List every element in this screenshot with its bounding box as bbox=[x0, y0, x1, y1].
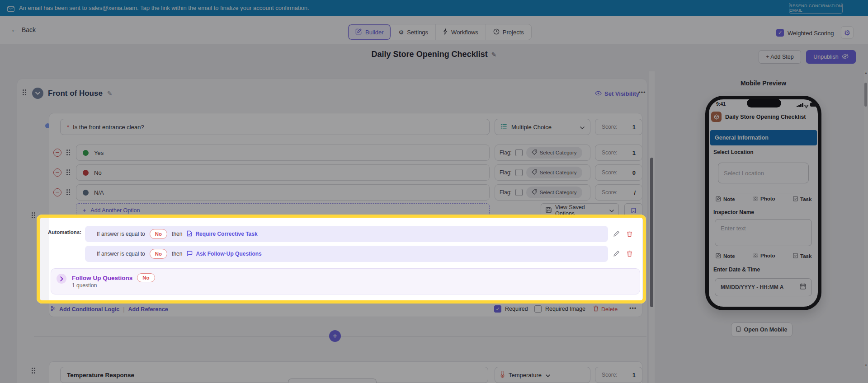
delete-rule-icon[interactable] bbox=[627, 250, 634, 257]
answer-type-dropdown[interactable]: Temperature bbox=[495, 367, 590, 383]
rule-condition-text: If answer is equal to bbox=[97, 231, 145, 237]
resend-confirmation-button[interactable]: RESEND CONFIRMATION EMAIL bbox=[789, 3, 843, 14]
select-category-button[interactable]: Select Category bbox=[526, 167, 582, 178]
photo-label: Photo bbox=[760, 196, 775, 201]
bottom-popover-partial bbox=[288, 378, 377, 383]
note-button[interactable]: Note bbox=[716, 196, 735, 202]
question-drag-handle-icon[interactable] bbox=[32, 368, 33, 369]
option-score-field[interactable]: Score: 1 bbox=[595, 145, 642, 161]
flag-label: Flag: bbox=[500, 189, 512, 196]
mobile-section-banner: General Information bbox=[710, 130, 817, 145]
content-scrollbar-thumb[interactable] bbox=[650, 158, 653, 307]
option-label-field[interactable]: N/A bbox=[76, 184, 490, 201]
task-icon bbox=[793, 253, 798, 259]
question-score-field[interactable]: Score: 1 bbox=[595, 119, 642, 135]
edit-rule-icon[interactable] bbox=[613, 230, 620, 238]
scroll-down-icon[interactable]: ▼ bbox=[864, 364, 868, 367]
eye-icon bbox=[595, 90, 602, 97]
divider bbox=[715, 193, 812, 193]
option-drag-handle-icon[interactable] bbox=[66, 169, 68, 171]
tab-builder[interactable]: Builder bbox=[348, 24, 391, 40]
required-asterisk: * bbox=[67, 124, 69, 131]
photo-button[interactable]: Photo bbox=[753, 253, 775, 258]
note-label: Note bbox=[723, 253, 735, 259]
rule-value-pill: No bbox=[150, 229, 167, 239]
select-category-label: Select Category bbox=[540, 170, 577, 175]
chevron-down-icon bbox=[546, 372, 550, 378]
tab-settings[interactable]: ⚙ Settings bbox=[391, 24, 436, 40]
rule-action-link[interactable]: Ask Follow-Up Questions bbox=[187, 251, 261, 257]
question-more-button[interactable]: ••• bbox=[629, 305, 637, 312]
follow-up-panel: Follow Up Questions No 1 question bbox=[51, 268, 640, 294]
inspector-input[interactable]: Enter text bbox=[715, 219, 812, 246]
option-score-field[interactable]: Score: 0 bbox=[595, 164, 642, 181]
view-saved-options-button[interactable]: View Saved Options bbox=[541, 203, 619, 218]
edit-rule-icon[interactable] bbox=[613, 250, 620, 257]
unpublish-button[interactable]: Unpublish bbox=[806, 50, 856, 64]
remove-option-icon[interactable] bbox=[53, 149, 61, 157]
answer-type-dropdown[interactable]: Multiple Choice bbox=[495, 119, 590, 135]
required-checkbox[interactable]: ✓ bbox=[494, 305, 501, 313]
photo-button[interactable]: Photo bbox=[753, 196, 775, 201]
rule-action-link[interactable]: Require Corrective Task bbox=[187, 230, 257, 238]
edit-title-icon[interactable]: ✎ bbox=[491, 51, 497, 58]
required-image-checkbox[interactable] bbox=[534, 305, 542, 313]
section-more-button[interactable]: ••• bbox=[638, 89, 646, 96]
task-button[interactable]: Task bbox=[793, 196, 811, 202]
option-drag-handle-icon[interactable] bbox=[66, 189, 68, 191]
question-drag-handle-icon[interactable] bbox=[32, 212, 33, 214]
add-another-option-button[interactable]: + Add Another Option bbox=[76, 203, 490, 218]
location-input[interactable]: Select Location bbox=[718, 163, 809, 183]
inspector-label: Inspector Name bbox=[713, 209, 754, 215]
tab-projects[interactable]: Projects bbox=[486, 24, 531, 40]
camera-icon bbox=[753, 253, 758, 258]
settings-gear-button[interactable]: ⚙ bbox=[841, 26, 854, 39]
delete-question-button[interactable]: Delete bbox=[593, 305, 618, 313]
section-collapse-button[interactable] bbox=[32, 88, 43, 99]
note-label: Note bbox=[723, 196, 735, 202]
window-scrollbar-thumb[interactable] bbox=[864, 83, 867, 107]
back-button[interactable]: ← Back bbox=[11, 26, 36, 33]
task-doc-icon bbox=[187, 230, 192, 238]
delete-rule-icon[interactable] bbox=[627, 230, 634, 238]
option-label-field[interactable]: No bbox=[76, 164, 490, 181]
flag-checkbox[interactable] bbox=[515, 189, 523, 196]
set-visibility-button[interactable]: Set Visibility bbox=[595, 90, 639, 97]
scroll-up-icon[interactable]: ▲ bbox=[864, 71, 868, 74]
question-text-field[interactable]: Temperature Response bbox=[60, 367, 488, 383]
conditional-logic-icon bbox=[51, 305, 56, 313]
add-step-button[interactable]: + Add Step bbox=[759, 50, 801, 64]
question-score-field[interactable]: Score: 1 bbox=[595, 367, 642, 383]
view-saved-options-label: View Saved Options bbox=[555, 204, 606, 217]
remove-option-icon[interactable] bbox=[53, 188, 61, 196]
follow-up-count: 1 question bbox=[72, 282, 97, 289]
option-label-field[interactable]: Yes bbox=[76, 145, 490, 161]
bookmark-button[interactable] bbox=[624, 203, 642, 218]
wifi-icon bbox=[804, 102, 809, 110]
question-text-field[interactable]: * Is the front entrance clean? bbox=[60, 119, 490, 135]
tab-workflows[interactable]: Workflows bbox=[436, 24, 486, 40]
task-button[interactable]: Task bbox=[793, 253, 811, 259]
follow-up-badge: No bbox=[137, 273, 155, 282]
add-conditional-logic-button[interactable]: Add Conditional Logic bbox=[59, 306, 119, 313]
section-drag-handle-icon[interactable] bbox=[23, 89, 24, 91]
flag-checkbox[interactable] bbox=[515, 149, 523, 156]
add-reference-button[interactable]: Add Reference bbox=[128, 306, 168, 313]
score-label: Score: bbox=[602, 124, 618, 130]
flag-checkbox[interactable] bbox=[515, 169, 523, 176]
note-button[interactable]: Note bbox=[716, 253, 735, 259]
edit-section-icon[interactable]: ✎ bbox=[107, 90, 113, 97]
option-drag-handle-icon[interactable] bbox=[66, 149, 68, 151]
option-color-dot bbox=[83, 150, 89, 156]
section-title: Front of House ✎ bbox=[48, 89, 113, 98]
option-score-field[interactable]: Score: / bbox=[595, 184, 642, 201]
add-question-button[interactable]: + bbox=[329, 330, 341, 342]
select-category-button[interactable]: Select Category bbox=[526, 187, 582, 198]
select-category-button[interactable]: Select Category bbox=[526, 147, 582, 159]
builder-tabs: Builder ⚙ Settings Workflows Projects bbox=[348, 24, 532, 40]
chevron-right-icon[interactable] bbox=[57, 274, 66, 284]
open-on-mobile-button[interactable]: Open On Mobile bbox=[731, 322, 793, 337]
remove-option-icon[interactable] bbox=[53, 168, 61, 177]
weighted-scoring-checkbox[interactable]: ✓ bbox=[776, 29, 784, 37]
datetime-input[interactable]: MM/DD/YYYY - HH:MM A bbox=[715, 278, 812, 296]
